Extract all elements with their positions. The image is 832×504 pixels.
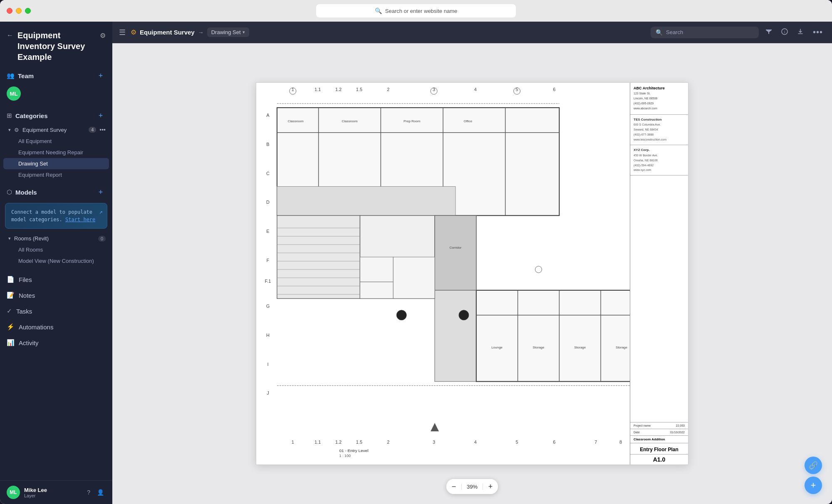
- nav-activity[interactable]: 📊 Activity: [0, 335, 112, 351]
- svg-text:Classroom: Classroom: [342, 119, 357, 123]
- team-icon: 👥: [7, 72, 15, 79]
- equipment-survey-name: Equipment Survey: [22, 127, 85, 133]
- breadcrumb-current-label: Drawing Set: [211, 29, 241, 35]
- svg-text:Office: Office: [464, 119, 473, 123]
- svg-rect-34: [476, 290, 630, 382]
- menu-button[interactable]: ☰: [119, 28, 126, 37]
- svg-text:Storage: Storage: [616, 346, 627, 349]
- svg-rect-50: [435, 215, 476, 290]
- add-fab-button[interactable]: +: [805, 477, 822, 494]
- nav-automations[interactable]: ⚡ Automations: [0, 319, 112, 335]
- breadcrumb-current[interactable]: Drawing Set ▾: [207, 27, 249, 37]
- categories-section: ⊞ Categories + ▾ ⚙ Equipment Survey 4 ••…: [0, 107, 112, 184]
- zoom-out-button[interactable]: −: [446, 479, 461, 494]
- svg-text:3: 3: [433, 440, 435, 445]
- date-value: 01/10/2022: [670, 431, 685, 434]
- start-here-link[interactable]: Start here: [65, 217, 95, 222]
- add-team-button[interactable]: +: [96, 71, 106, 81]
- classroom-addition-label: Classroom Addition: [630, 435, 688, 443]
- info-button[interactable]: i: [779, 26, 790, 39]
- team-member: ML: [0, 84, 112, 104]
- sidebar-item-all-equipment[interactable]: All Equipment: [0, 136, 112, 147]
- equipment-survey-badge: 4: [89, 127, 96, 133]
- svg-text:E: E: [266, 229, 269, 234]
- traffic-lights: [7, 8, 31, 14]
- categories-label: Categories: [15, 112, 92, 119]
- minimize-button[interactable]: [16, 8, 22, 14]
- team-section-header[interactable]: 👥 Team +: [0, 67, 112, 84]
- categories-section-header[interactable]: ⊞ Categories +: [0, 107, 112, 124]
- rooms-revit-badge: 0: [98, 236, 106, 242]
- contractor1-name: TES Construction: [634, 117, 685, 123]
- company-name: ABC Architecture: [634, 86, 685, 90]
- titlebar: 🔍 Search or enter website name: [0, 0, 832, 22]
- more-icon[interactable]: •••: [99, 126, 106, 133]
- notes-icon: 📝: [7, 292, 15, 299]
- footer-avatar: ML: [7, 486, 20, 499]
- svg-text:C: C: [266, 171, 270, 176]
- zoom-in-button[interactable]: +: [483, 479, 498, 494]
- svg-text:J: J: [267, 390, 269, 395]
- notes-label: Notes: [19, 292, 35, 299]
- nav-notes[interactable]: 📝 Notes: [0, 287, 112, 303]
- svg-text:2: 2: [387, 440, 389, 445]
- contractor1-block: TES Construction 600 S Columbia Ave.Sewa…: [630, 115, 688, 145]
- svg-text:D: D: [266, 200, 270, 205]
- svg-rect-56: [393, 257, 435, 299]
- drawing-area[interactable]: 1 1.1 1.2 1.5 2 3 4 5 6: [112, 43, 832, 504]
- chevron-down-icon: ▾: [8, 127, 11, 133]
- svg-text:Corridor: Corridor: [450, 246, 462, 250]
- nav-files[interactable]: 📄 Files: [0, 272, 112, 287]
- title-block: ABC Architecture 123 State St.Lincoln, N…: [630, 83, 688, 464]
- main-content: ☰ ⚙ Equipment Survey → Drawing Set ▾ 🔍 S…: [112, 22, 832, 504]
- svg-text:1 : 100: 1 : 100: [339, 454, 351, 458]
- download-button[interactable]: [795, 26, 806, 39]
- rooms-revit-header[interactable]: ▾ Rooms (Revit) 0: [0, 233, 112, 244]
- tasks-label: Tasks: [16, 308, 32, 315]
- add-model-button[interactable]: +: [96, 187, 106, 197]
- search-icon: 🔍: [375, 7, 382, 14]
- svg-text:I: I: [267, 362, 268, 367]
- automations-label: Automations: [19, 324, 53, 331]
- footer-user-info: Mike Lee Layer: [24, 487, 81, 498]
- footer-user-role: Layer: [24, 493, 81, 498]
- breadcrumb-gear-icon: ⚙: [131, 28, 136, 36]
- link-fab-button[interactable]: 🔗: [805, 457, 822, 474]
- svg-text:G: G: [266, 304, 270, 309]
- more-icon: •••: [813, 27, 823, 37]
- svg-text:H: H: [266, 333, 270, 338]
- sidebar-item-equipment-needing-repair[interactable]: Equipment Needing Repair: [0, 147, 112, 158]
- filter-button[interactable]: [763, 26, 775, 39]
- models-icon: ⬡: [7, 188, 12, 196]
- svg-text:1.1: 1.1: [314, 440, 321, 445]
- sidebar-footer: ML Mike Lee Layer ? 👤: [0, 480, 112, 504]
- settings-button[interactable]: ⚙: [100, 31, 106, 40]
- search-box[interactable]: 🔍 Search: [651, 27, 759, 38]
- add-category-button[interactable]: +: [96, 111, 106, 121]
- close-button[interactable]: [7, 8, 12, 14]
- svg-text:A: A: [266, 113, 270, 118]
- help-button[interactable]: ?: [85, 487, 92, 497]
- sidebar-item-model-view[interactable]: Model View (New Construction): [0, 255, 112, 267]
- rooms-revit-name: Rooms (Revit): [14, 235, 95, 242]
- nav-tasks[interactable]: ✓ Tasks: [0, 303, 112, 319]
- models-section-header[interactable]: ⬡ Models +: [0, 184, 112, 200]
- maximize-button[interactable]: [25, 8, 31, 14]
- svg-text:1: 1: [292, 440, 294, 445]
- sidebar-item-drawing-set[interactable]: Drawing Set: [3, 158, 109, 169]
- back-button[interactable]: ←: [7, 31, 13, 40]
- sidebar-item-equipment-report[interactable]: Equipment Report: [0, 169, 112, 180]
- svg-text:4: 4: [474, 87, 477, 92]
- sidebar-item-all-rooms[interactable]: All Rooms: [0, 244, 112, 255]
- equipment-survey-category[interactable]: ▾ ⚙ Equipment Survey 4 •••: [0, 124, 112, 136]
- floor-plan-svg: 1 1.1 1.2 1.5 2 3 4 5 6: [256, 83, 630, 464]
- svg-rect-55: [360, 282, 393, 299]
- svg-text:Lounge: Lounge: [491, 346, 503, 349]
- chevron-down-icon: ▾: [8, 236, 11, 241]
- svg-point-52: [459, 310, 469, 320]
- url-bar[interactable]: 🔍 Search or enter website name: [316, 4, 516, 17]
- zoom-value: 39%: [461, 484, 483, 490]
- zoom-controls: − 39% +: [446, 479, 498, 494]
- more-button[interactable]: •••: [810, 25, 825, 40]
- user-button[interactable]: 👤: [95, 487, 106, 497]
